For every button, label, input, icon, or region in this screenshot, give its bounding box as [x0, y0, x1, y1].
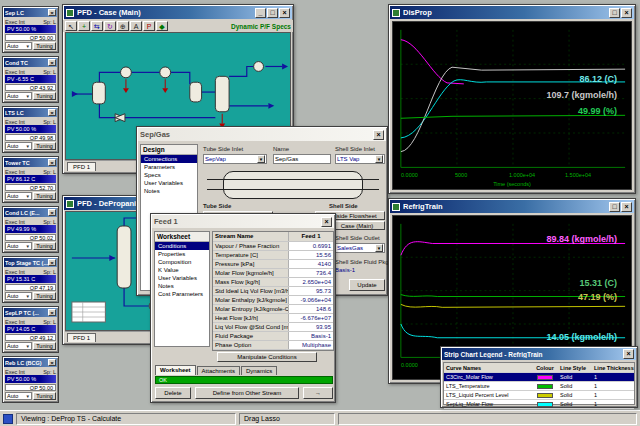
faceplate-titlebar[interactable]: Cond TC×	[4, 58, 57, 67]
legend-row[interactable]: LTS_Temperature Solid 1	[444, 382, 634, 391]
titlebar[interactable]: PFD - Case (Main) _ □ ×	[64, 6, 292, 19]
close-icon[interactable]: ×	[48, 309, 56, 316]
tuning-button[interactable]: Tuning	[33, 92, 56, 100]
tuning-button[interactable]: Tuning	[33, 192, 56, 200]
mode-select[interactable]: Auto▼	[5, 192, 32, 200]
text-tool-icon[interactable]: A	[130, 21, 142, 31]
nav-item-cost-parameters[interactable]: Cost Parameters	[155, 290, 209, 298]
table-row[interactable]: Phase OptionMultiphase	[213, 341, 333, 350]
column-vessel[interactable]	[215, 76, 229, 111]
faceplate-titlebar[interactable]: LTS LC×	[4, 108, 57, 117]
close-button[interactable]: ×	[621, 8, 632, 18]
table-row[interactable]: Vapour / Phase Fraction0.6991	[213, 242, 333, 251]
faceplate-titlebar[interactable]: Cond LC (E...×	[4, 208, 57, 217]
titlebar[interactable]: Sep/Gas ×	[138, 128, 386, 141]
close-icon[interactable]: ×	[48, 359, 56, 366]
delete-button[interactable]: Delete	[155, 387, 191, 399]
faceplate-titlebar[interactable]: Top Stage TC (...×	[4, 258, 57, 267]
nav-item-properties[interactable]: Properties	[155, 250, 209, 258]
disprop-chart[interactable]: 86.12 (C) 109.7 (kgmole/h) 49.99 (%) 0.0…	[392, 21, 632, 190]
attach-tool-icon[interactable]: +	[78, 21, 90, 31]
pressure-tool-icon[interactable]: P	[143, 21, 155, 31]
faceplate-titlebar[interactable]: Sep LC×	[4, 8, 57, 17]
pointer-tool-icon[interactable]: ↖	[65, 21, 77, 31]
chiller-exchanger[interactable]	[160, 67, 171, 78]
table-row[interactable]: Fluid PackageBasis-1	[213, 332, 333, 341]
nav-item-connections[interactable]: Connections	[141, 155, 197, 163]
lts-separator[interactable]	[190, 82, 202, 102]
close-icon[interactable]: ×	[48, 159, 56, 166]
titlebar[interactable]: Feed 1 ×	[152, 215, 334, 228]
close-icon[interactable]: ×	[48, 59, 56, 66]
close-button[interactable]: ×	[621, 202, 632, 212]
mode-select[interactable]: Auto▼	[5, 92, 32, 100]
close-icon[interactable]: ×	[48, 109, 56, 116]
rotate-tool-icon[interactable]: ↻	[104, 21, 116, 31]
maximize-button[interactable]: □	[609, 8, 620, 18]
maximize-button[interactable]: □	[609, 202, 620, 212]
table-row[interactable]: Heat Flow [kJ/h]-6.676e+07	[213, 314, 333, 323]
feed-stream-arrow[interactable]	[72, 91, 78, 97]
titlebar[interactable]: Strip Chart Legend - RefrigTrain ×	[442, 348, 636, 360]
close-button[interactable]: ×	[623, 349, 634, 359]
nav-item-composition[interactable]: Composition	[155, 258, 209, 266]
define-from-other-stream-button[interactable]: Define from Other Stream	[195, 387, 299, 399]
titlebar[interactable]: RefrigTrain □ ×	[390, 200, 634, 213]
maximize-button[interactable]: □	[267, 8, 278, 18]
nav-item-k-value[interactable]: K Value	[155, 266, 209, 274]
table-row[interactable]: Molar Flow [kgmole/h]736.4	[213, 269, 333, 278]
name-field[interactable]: Sep/Gas	[273, 154, 331, 164]
separator-vessel[interactable]	[93, 82, 106, 104]
legend-row[interactable]: SepLiq_Molar Flow Solid 1	[444, 400, 634, 409]
update-button[interactable]: Update	[349, 279, 385, 291]
pfd-tab[interactable]: PFD 1	[67, 162, 96, 171]
faceplate-titlebar[interactable]: Reb LC (BCG)×	[4, 358, 57, 367]
table-row[interactable]: Temperature [C]15.56	[213, 251, 333, 260]
table-row[interactable]: Std Ideal Liq Vol Flow [m3/h]95.73	[213, 287, 333, 296]
table-row[interactable]: Molar Entropy [kJ/kgmole-C]148.6	[213, 305, 333, 314]
dynamic-pf-specs-link[interactable]: Dynamic P/F Specs	[231, 23, 291, 30]
zoom-tool-icon[interactable]: ⊕	[117, 21, 129, 31]
shell-outlet-combo[interactable]: SalesGas▼	[335, 243, 385, 253]
mode-select[interactable]: Auto▼	[5, 242, 32, 250]
table-row[interactable]: Mass Flow [kg/h]2.650e+04	[213, 278, 333, 287]
mode-select[interactable]: Auto▼	[5, 292, 32, 300]
tab-dynamics[interactable]: Dynamics	[241, 366, 277, 375]
close-icon[interactable]: ×	[48, 259, 56, 266]
close-icon[interactable]: ×	[48, 209, 56, 216]
tab-worksheet[interactable]: Worksheet	[155, 365, 196, 375]
nav-item-user-variables[interactable]: User Variables	[155, 274, 209, 282]
close-button[interactable]: ×	[373, 130, 384, 140]
close-button[interactable]: ×	[321, 217, 332, 227]
tuning-button[interactable]: Tuning	[33, 242, 56, 250]
close-icon[interactable]: ×	[48, 9, 56, 16]
minimize-button[interactable]: _	[255, 8, 266, 18]
tuning-button[interactable]: Tuning	[33, 292, 56, 300]
column-feed-arrow[interactable]	[109, 255, 115, 261]
nav-item-parameters[interactable]: Parameters	[141, 163, 197, 171]
legend-row[interactable]: C3Circ_Molar Flow Solid 1	[444, 373, 634, 382]
nav-item-conditions[interactable]: Conditions	[155, 242, 209, 250]
gas-gas-exchanger[interactable]	[121, 67, 132, 78]
mode-select[interactable]: Auto▼	[5, 142, 32, 150]
nav-item-specs[interactable]: Specs	[141, 171, 197, 179]
tube-inlet-combo[interactable]: SepVap▼	[203, 154, 267, 164]
next-arrow-button[interactable]: →	[303, 387, 333, 399]
nav-item-user-variables[interactable]: User Variables	[141, 179, 197, 187]
pfd-tab[interactable]: PFD 1	[67, 333, 96, 342]
tuning-button[interactable]: Tuning	[33, 342, 56, 350]
shell-inlet-combo[interactable]: LTS Vap▼	[335, 154, 385, 164]
legend-row[interactable]: LTS_Liquid Percent Level Solid 1	[444, 391, 634, 400]
tuning-button[interactable]: Tuning	[33, 392, 56, 400]
tuning-button[interactable]: Tuning	[33, 142, 56, 150]
shell-case-button[interactable]: Case (Main)	[329, 221, 385, 230]
depropanizer-column[interactable]	[117, 226, 131, 288]
swap-tool-icon[interactable]: ⇆	[91, 21, 103, 31]
table-row[interactable]: Pressure [kPa]4140	[213, 260, 333, 269]
faceplate-titlebar[interactable]: Tower TC×	[4, 158, 57, 167]
condenser[interactable]	[254, 62, 264, 72]
mode-select[interactable]: Auto▼	[5, 42, 32, 50]
table-row[interactable]: Molar Enthalpy [kJ/kgmole]-9.066e+04	[213, 296, 333, 305]
nav-item-notes[interactable]: Notes	[141, 187, 197, 195]
faceplate-titlebar[interactable]: SepLP TC (...×	[4, 308, 57, 317]
